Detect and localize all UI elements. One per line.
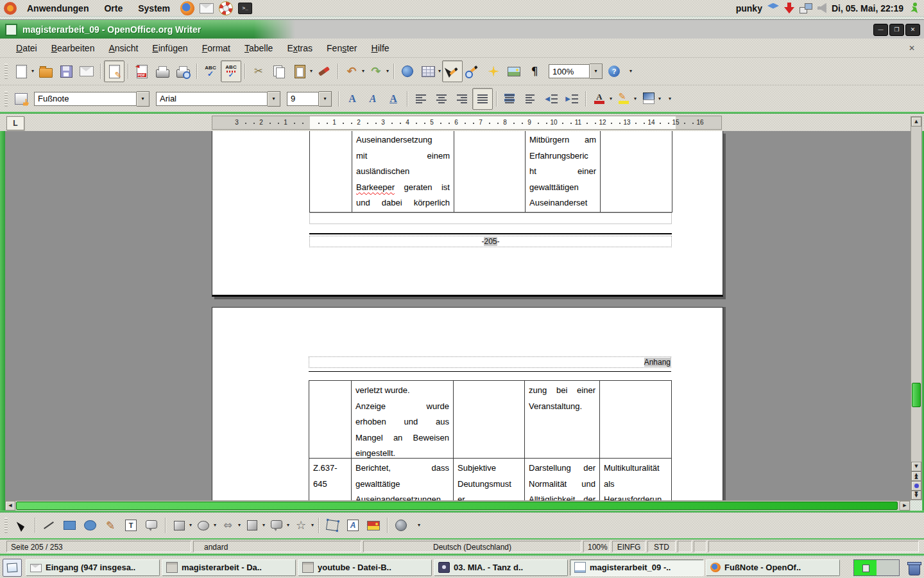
bullet-list-button[interactable] xyxy=(520,88,541,110)
insert-picture-button[interactable] xyxy=(363,514,384,536)
header-chapter-field[interactable]: Anhang xyxy=(644,358,671,367)
table-cell[interactable]: verletzt wurde.Anzeigewurdeerhobenundaus… xyxy=(352,381,454,458)
block-arrows-dropdown-icon[interactable] xyxy=(238,523,241,528)
edit-file-button[interactable] xyxy=(104,60,124,82)
lifebuoy-help-icon[interactable] xyxy=(219,1,233,15)
table-cell[interactable]: AuseinandersetzungmiteinemausländischenB… xyxy=(352,131,454,212)
taskbar-button[interactable]: 03. MIA. - Tanz d.. xyxy=(434,559,568,576)
basic-shapes-button[interactable] xyxy=(169,514,189,536)
print-button[interactable] xyxy=(152,60,173,82)
horizontal-scroll-thumb[interactable] xyxy=(16,502,898,510)
workspace-1[interactable] xyxy=(854,560,877,575)
document-close-icon[interactable] xyxy=(909,44,915,52)
taskbar-button[interactable]: magisterarbeit - Da.. xyxy=(162,559,296,576)
flowchart-button[interactable] xyxy=(242,514,262,536)
size-dropdown-button[interactable] xyxy=(319,91,332,107)
help-button[interactable]: ? xyxy=(604,60,624,82)
text-box-button[interactable]: T xyxy=(121,514,141,536)
firefox-icon[interactable] xyxy=(180,1,194,15)
status-selection-mode[interactable]: STD xyxy=(647,541,676,552)
toolbar-grip[interactable] xyxy=(4,64,8,79)
toolbar-overflow-icon[interactable] xyxy=(418,523,420,528)
ubuntu-logo-icon[interactable] xyxy=(4,2,17,15)
tab-selector[interactable]: L xyxy=(6,116,24,130)
document-page-1[interactable]: AuseinandersetzungmiteinemausländischenB… xyxy=(212,131,723,297)
page-preview-button[interactable] xyxy=(173,60,193,82)
numbered-list-button[interactable] xyxy=(500,88,520,110)
status-insert-mode[interactable]: EINFG xyxy=(612,541,646,552)
block-arrows-button[interactable] xyxy=(218,514,238,536)
edit-points-button[interactable] xyxy=(322,514,343,536)
navigation-button[interactable] xyxy=(911,481,921,491)
styles-button[interactable] xyxy=(11,88,31,110)
extrusion-button[interactable] xyxy=(391,514,411,536)
close-button[interactable] xyxy=(905,24,920,36)
table-cell[interactable] xyxy=(601,131,672,212)
username-label[interactable]: punky xyxy=(736,3,762,13)
new-dropdown-icon[interactable] xyxy=(31,69,34,74)
basic-shapes-dropdown-icon[interactable] xyxy=(189,523,192,528)
terminal-icon[interactable]: >_ xyxy=(238,3,252,14)
save-button[interactable] xyxy=(56,60,76,82)
dropbox-icon[interactable] xyxy=(767,3,779,13)
document-view[interactable]: AuseinandersetzungmiteinemausländischenB… xyxy=(5,131,911,500)
table-cell[interactable]: Z.637-645 xyxy=(309,459,352,500)
status-modified[interactable] xyxy=(694,541,706,552)
network-icon[interactable] xyxy=(800,3,812,13)
scroll-up-button[interactable] xyxy=(911,117,921,127)
rectangle-button[interactable] xyxy=(59,514,80,536)
background-dropdown-icon[interactable] xyxy=(658,96,661,101)
status-page[interactable]: Seite 205 / 253 xyxy=(6,541,191,552)
toolbar-grip[interactable] xyxy=(4,518,8,533)
status-language[interactable]: Deutsch (Deutschland) xyxy=(363,541,581,552)
table-cell[interactable]: zungbeieinerVeranstaltung. xyxy=(525,381,600,458)
menu-hilfe[interactable]: Hilfe xyxy=(364,41,397,55)
redo-dropdown-icon[interactable] xyxy=(386,69,389,74)
show-desktop-button[interactable] xyxy=(3,559,22,577)
copy-button[interactable] xyxy=(269,60,289,82)
decrease-indent-button[interactable] xyxy=(541,88,561,110)
horizontal-ruler[interactable]: 32112345678910111213141516 xyxy=(212,116,722,130)
gallery-button[interactable] xyxy=(504,60,524,82)
update-alert-icon[interactable] xyxy=(784,3,794,14)
table-cell[interactable]: Berichtet,dassgewalttätigeAuseinanderset… xyxy=(352,459,454,500)
spellcheck-button[interactable]: ABC✓ xyxy=(200,60,221,82)
page-footer[interactable]: - 205 - xyxy=(309,236,672,247)
align-right-button[interactable] xyxy=(452,88,472,110)
autospellcheck-button[interactable]: ABC✓ xyxy=(221,60,241,82)
menu-fenster[interactable]: Fenster xyxy=(320,41,364,55)
toolbar-grip[interactable] xyxy=(4,91,8,107)
insert-table-button[interactable] xyxy=(418,60,438,82)
scroll-right-button[interactable] xyxy=(900,501,910,511)
underline-button[interactable]: A xyxy=(383,88,404,110)
paste-dropdown-icon[interactable] xyxy=(310,69,312,74)
window-titlebar[interactable]: magisterarbeit_09 - OpenOffice.org Write… xyxy=(0,19,924,39)
zoom-dropdown-button[interactable] xyxy=(590,64,603,79)
scroll-down-button[interactable] xyxy=(911,462,921,471)
minimize-button[interactable] xyxy=(873,24,888,36)
undo-dropdown-icon[interactable] xyxy=(362,69,364,74)
vertical-scrollbar[interactable]: ▲▲ ▼▼ xyxy=(911,116,922,500)
table-cell[interactable] xyxy=(600,381,672,458)
panel-menu-orte[interactable]: Orte xyxy=(99,3,128,13)
volume-icon[interactable] xyxy=(817,3,826,13)
font-dropdown-button[interactable] xyxy=(268,91,280,107)
table-cell[interactable]: MitbürgernamErfahrungsberichteinergewalt… xyxy=(526,131,601,212)
formatting-marks-button[interactable]: ¶ xyxy=(524,60,545,82)
highlight-dropdown-icon[interactable] xyxy=(634,96,637,101)
font-color-dropdown-icon[interactable] xyxy=(610,96,612,101)
flowchart-dropdown-icon[interactable] xyxy=(262,523,265,528)
export-pdf-button[interactable]: PDF xyxy=(132,60,152,82)
align-center-button[interactable] xyxy=(431,88,452,110)
increase-indent-button[interactable] xyxy=(561,88,582,110)
background-color-button[interactable] xyxy=(638,88,658,110)
select-button[interactable] xyxy=(11,514,31,536)
symbol-shapes-dropdown-icon[interactable] xyxy=(214,523,216,528)
menu-format[interactable]: Format xyxy=(195,41,237,55)
previous-page-button[interactable]: ▲▲ xyxy=(911,471,921,481)
toolbar-overflow-icon[interactable] xyxy=(629,69,632,74)
table-cell[interactable] xyxy=(309,381,352,458)
freeform-line-button[interactable] xyxy=(100,514,121,536)
workspace-2[interactable] xyxy=(877,560,899,575)
style-dropdown-button[interactable] xyxy=(137,91,150,107)
